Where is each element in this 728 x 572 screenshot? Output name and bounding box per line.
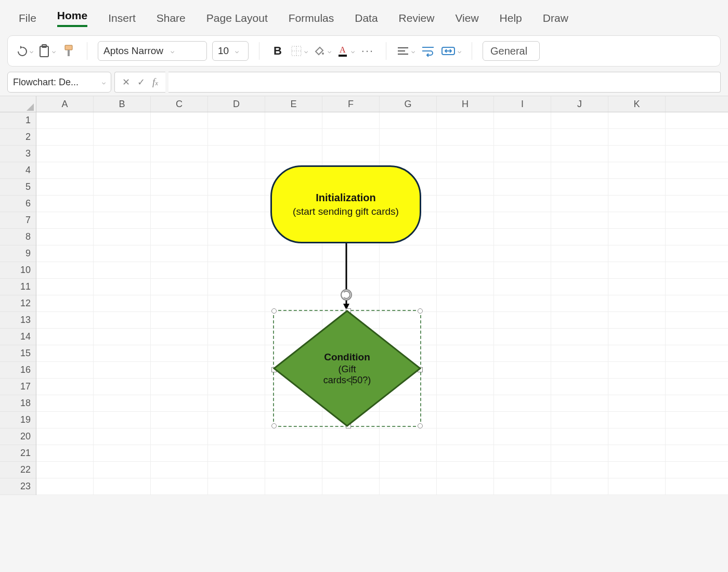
cell[interactable] [608, 279, 666, 295]
cell[interactable] [36, 129, 94, 145]
cell[interactable] [380, 478, 437, 495]
cell[interactable] [608, 428, 666, 445]
cell[interactable] [608, 129, 666, 145]
cell[interactable] [94, 229, 151, 245]
row-header[interactable]: 3 [0, 146, 36, 162]
row-header[interactable]: 13 [0, 312, 36, 329]
cell[interactable] [322, 196, 380, 212]
cell[interactable] [494, 196, 551, 212]
cell[interactable] [608, 146, 666, 162]
row-header[interactable]: 4 [0, 162, 36, 179]
cell[interactable] [494, 162, 551, 178]
tab-insert[interactable]: Insert [108, 12, 136, 24]
cell[interactable] [94, 262, 151, 278]
cell[interactable] [551, 478, 608, 495]
wrap-text-button[interactable] [420, 42, 436, 60]
tab-share[interactable]: Share [157, 12, 186, 24]
cell[interactable] [322, 129, 380, 145]
cell[interactable] [437, 445, 494, 461]
cell[interactable] [608, 179, 666, 195]
cell[interactable] [322, 112, 380, 128]
cell[interactable] [608, 345, 666, 361]
cell[interactable] [608, 412, 666, 428]
row-header[interactable]: 14 [0, 329, 36, 345]
cell[interactable] [494, 379, 551, 395]
merge-button[interactable]: ⌵ [441, 42, 461, 60]
cell[interactable] [265, 329, 322, 345]
cell[interactable] [437, 428, 494, 445]
cell[interactable] [608, 196, 666, 212]
cells-area[interactable]: Initialization (start sending gift cards… [36, 112, 728, 495]
cell[interactable] [437, 112, 494, 128]
cell[interactable] [265, 345, 322, 361]
cell[interactable] [380, 395, 437, 411]
cell[interactable] [265, 362, 322, 378]
cell[interactable] [322, 162, 380, 178]
cell[interactable] [94, 445, 151, 461]
cell[interactable] [36, 262, 94, 278]
cell[interactable] [94, 279, 151, 295]
column-header[interactable]: D [208, 96, 265, 112]
cell[interactable] [265, 312, 322, 328]
cell[interactable] [494, 445, 551, 461]
cell[interactable] [151, 279, 208, 295]
cell[interactable] [322, 379, 380, 395]
cell[interactable] [265, 112, 322, 128]
cell[interactable] [151, 312, 208, 328]
cell[interactable] [322, 478, 380, 495]
borders-button[interactable]: ⌵ [291, 42, 308, 60]
cell[interactable] [437, 412, 494, 428]
cell[interactable] [551, 362, 608, 378]
cell[interactable] [551, 245, 608, 262]
cell[interactable] [94, 428, 151, 445]
cell[interactable] [494, 279, 551, 295]
cell[interactable] [437, 312, 494, 328]
cell[interactable] [380, 179, 437, 195]
cell[interactable] [208, 379, 265, 395]
cell[interactable] [437, 129, 494, 145]
cell[interactable] [494, 129, 551, 145]
cell[interactable] [94, 129, 151, 145]
cell[interactable] [208, 245, 265, 262]
cell[interactable] [608, 212, 666, 228]
row-header[interactable]: 22 [0, 462, 36, 478]
cell[interactable] [437, 179, 494, 195]
cell[interactable] [322, 362, 380, 378]
cell[interactable] [36, 162, 94, 178]
tab-draw[interactable]: Draw [543, 12, 568, 24]
column-header[interactable]: C [151, 96, 208, 112]
cell[interactable] [380, 329, 437, 345]
cell[interactable] [437, 212, 494, 228]
cell[interactable] [608, 295, 666, 311]
cell[interactable] [322, 345, 380, 361]
cell[interactable] [208, 196, 265, 212]
cell[interactable] [36, 428, 94, 445]
cell[interactable] [380, 262, 437, 278]
cell[interactable] [265, 279, 322, 295]
cell[interactable] [151, 478, 208, 495]
cell[interactable] [94, 462, 151, 478]
cell[interactable] [208, 478, 265, 495]
tab-formulas[interactable]: Formulas [289, 12, 334, 24]
fx-icon[interactable]: fx [152, 76, 158, 88]
enter-icon[interactable]: ✓ [137, 76, 145, 88]
cell[interactable] [265, 179, 322, 195]
cell[interactable] [380, 279, 437, 295]
cell[interactable] [322, 295, 380, 311]
cell[interactable] [608, 362, 666, 378]
cell[interactable] [151, 196, 208, 212]
cell[interactable] [494, 395, 551, 411]
font-size-select[interactable]: 10 ⌵ [212, 41, 249, 61]
cell[interactable] [380, 312, 437, 328]
cell[interactable] [208, 129, 265, 145]
row-header[interactable]: 12 [0, 295, 36, 312]
cell[interactable] [380, 229, 437, 245]
cell[interactable] [380, 146, 437, 162]
cell[interactable] [608, 112, 666, 128]
cell[interactable] [265, 162, 322, 178]
cell[interactable] [208, 162, 265, 178]
cell[interactable] [551, 162, 608, 178]
cell[interactable] [208, 329, 265, 345]
cell[interactable] [322, 312, 380, 328]
cell[interactable] [608, 395, 666, 411]
